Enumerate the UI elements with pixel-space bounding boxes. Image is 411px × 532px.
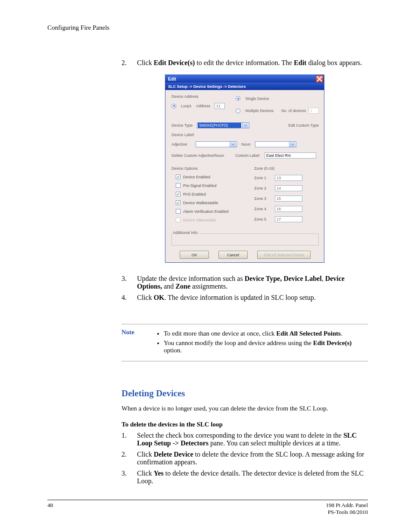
noun-select[interactable]	[255, 141, 296, 147]
noun-label: Noun	[241, 142, 251, 146]
opt-device-enabled[interactable]: ✓Device Enabled	[176, 174, 242, 179]
zone-input[interactable]: 16	[275, 206, 302, 212]
opt-pas[interactable]: ✓PAS Enabled	[176, 192, 242, 196]
step-text: Click OK. The device information is upda…	[137, 294, 316, 302]
loop1-radio[interactable]: Loop1	[171, 104, 192, 109]
zone-input[interactable]: 14	[275, 185, 302, 191]
zone-heading: Zone (0-19)	[254, 166, 319, 171]
zone-input[interactable]: 17	[275, 216, 302, 222]
opt-walktestable[interactable]: ✓Device Walktestable	[176, 200, 242, 205]
no-of-devices-input[interactable]: 1	[308, 108, 319, 114]
footer-line2: PS-Tools 08/2010	[326, 509, 368, 516]
device-label-label: Device Label	[171, 133, 319, 137]
step-text: Click Yes to delete the device details. …	[137, 470, 368, 485]
radio-icon	[236, 96, 240, 101]
step-3: 3. Update the device information such as…	[121, 275, 368, 290]
edit-custom-type-link[interactable]: Edit Custom Type	[288, 123, 319, 128]
close-icon[interactable]	[316, 75, 323, 82]
edit-all-selected-button[interactable]: Edit All Selected Points	[257, 251, 311, 259]
note-divider	[121, 361, 368, 361]
delete-step-3: 3. Click Yes to delete the device detail…	[121, 470, 368, 485]
chevron-down-icon	[230, 142, 236, 147]
step-text: Click Edit Device(s) to edit the device …	[137, 59, 362, 67]
adjective-select[interactable]	[196, 141, 237, 147]
device-type-label: Device Type	[171, 123, 193, 128]
step-number: 1.	[121, 432, 137, 447]
step-2: 2. Click Edit Device(s) to edit the devi…	[121, 59, 368, 67]
no-of-devices-label: No. of devices	[281, 109, 306, 113]
breadcrumb: SLC Setup -> Device Settings -> Detector…	[165, 83, 324, 90]
edit-dialog-figure: Edit SLC Setup -> Device Settings -> Det…	[121, 75, 368, 263]
multiple-devices-radio[interactable]: Multiple Devices No. of devices 1	[236, 108, 319, 114]
device-type-select[interactable]: SMOKE(PHOTO)	[197, 122, 249, 128]
step-text: Update the device information such as De…	[137, 275, 368, 290]
zone-row: Zone 416	[254, 206, 319, 212]
zone-row: Zone 517	[254, 216, 319, 222]
step-text: Select the check box corresponding to th…	[137, 432, 368, 447]
step-number: 3.	[121, 275, 137, 290]
radio-icon	[171, 104, 176, 109]
delete-custom-link[interactable]: Delete Custom Adjective/Noun	[171, 153, 224, 158]
step-number: 2.	[121, 59, 137, 67]
step-number: 4.	[121, 294, 137, 302]
step-number: 2.	[121, 451, 137, 466]
adjective-label: Adjective	[171, 142, 191, 146]
additional-info-box: Additional Info:	[171, 233, 319, 246]
device-options-label: Device Options	[171, 166, 242, 171]
cancel-button[interactable]: Cancel	[218, 251, 248, 259]
footer-line1: 198 Pt Addr. Panel	[326, 502, 368, 509]
zone-input[interactable]: 15	[275, 196, 302, 202]
ok-button[interactable]: OK	[180, 251, 209, 259]
address-input[interactable]: 11	[215, 103, 225, 109]
device-address-label: Device Address	[171, 94, 225, 99]
note-label: Note	[121, 328, 134, 356]
note-block: Note To edit more than one device at onc…	[121, 324, 368, 356]
step-text: Click Delete Device to delete the device…	[137, 451, 368, 466]
additional-info-label: Additional Info:	[172, 230, 199, 235]
running-header: Configuring Fire Panels	[47, 24, 368, 31]
delete-step-2: 2. Click Delete Device to delete the dev…	[121, 451, 368, 466]
custom-label-label: Custom Label:	[235, 153, 260, 158]
custom-label-input[interactable]: East Elect Rm	[265, 152, 316, 159]
opt-alarm-verif[interactable]: ✓Alarm Verification Enabled	[176, 209, 242, 214]
opt-silenceable: Device Silenceable	[176, 218, 242, 222]
zone-row: Zone 214	[254, 185, 319, 191]
zone-row: Zone 113	[254, 175, 319, 181]
note-item: You cannot modify the loop and device ad…	[164, 339, 368, 354]
page-footer: 48 198 Pt Addr. Panel PS-Tools 08/2010	[47, 500, 368, 516]
zone-input[interactable]: 13	[275, 175, 302, 181]
opt-presignal[interactable]: ✓Pre-Signal Enabled	[176, 183, 242, 188]
subheading: To delete the devices in the SLC loop	[121, 421, 368, 428]
address-label: Address	[196, 104, 210, 108]
radio-icon	[236, 109, 240, 113]
note-item: To edit more than one device at once, cl…	[164, 330, 368, 337]
intro-paragraph: When a device is no longer used, you can…	[121, 405, 368, 412]
section-heading: Deleting Devices	[121, 388, 368, 399]
dialog-titlebar[interactable]: Edit	[165, 75, 324, 83]
chevron-down-icon	[242, 123, 249, 128]
chevron-down-icon	[289, 142, 296, 147]
single-device-radio[interactable]: Single Device	[236, 96, 319, 101]
step-number: 3.	[121, 470, 137, 485]
edit-dialog: Edit SLC Setup -> Device Settings -> Det…	[165, 75, 324, 263]
delete-step-1: 1. Select the check box corresponding to…	[121, 432, 368, 447]
step-4: 4. Click OK. The device information is u…	[121, 294, 368, 302]
dialog-title: Edit	[168, 77, 176, 81]
page-number: 48	[47, 502, 53, 516]
zone-row: Zone 315	[254, 196, 319, 202]
